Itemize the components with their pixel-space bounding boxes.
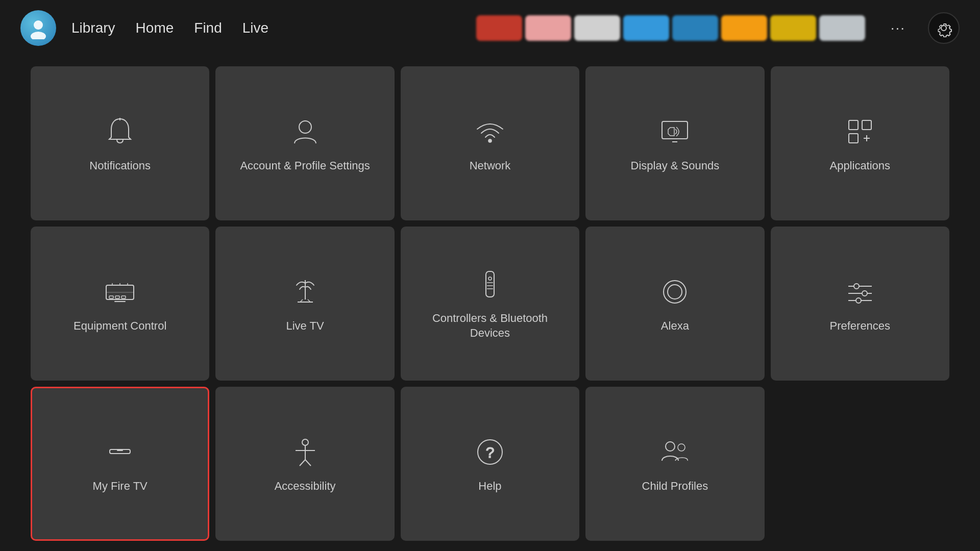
grid-item-child-profiles[interactable]: Child Profiles [585,387,764,541]
svg-rect-17 [115,296,119,298]
nav-home[interactable]: Home [136,20,174,36]
color-6 [721,15,767,41]
svg-point-29 [488,277,492,280]
svg-point-0 [34,20,43,30]
svg-rect-18 [121,296,126,298]
display-sounds-label: Display & Sounds [631,159,720,173]
nav-find[interactable]: Find [194,20,222,36]
svg-rect-16 [109,296,113,298]
live-tv-label: Live TV [286,319,324,334]
svg-point-1 [31,32,46,39]
svg-line-47 [305,460,311,466]
svg-rect-9 [849,120,858,130]
child-profiles-label: Child Profiles [642,479,708,494]
controllers-bluetooth-label: Controllers & Bluetooth Devices [411,311,569,340]
grid-item-my-fire-tv[interactable]: My Fire TV [31,387,209,541]
grid-item-controllers-bluetooth[interactable]: Controllers & Bluetooth Devices [401,227,579,381]
color-1 [476,15,522,41]
color-3 [574,15,620,41]
svg-rect-28 [486,271,494,297]
help-label: Help [478,479,501,494]
my-fire-tv-label: My Fire TV [93,479,148,494]
color-4 [623,15,669,41]
notifications-label: Notifications [89,159,151,173]
color-5 [672,15,718,41]
svg-point-36 [854,284,859,289]
svg-rect-11 [849,134,858,143]
grid-item-alexa[interactable]: Alexa [585,227,764,381]
svg-point-4 [488,139,492,142]
grid-item-display-sounds[interactable]: Display & Sounds [585,66,764,220]
grid-item-live-tv[interactable]: Live TV [215,227,394,381]
color-2 [525,15,571,41]
nav-live[interactable]: Live [242,20,268,36]
svg-rect-5 [662,121,688,139]
preferences-label: Preferences [829,319,890,334]
settings-button[interactable] [928,12,960,44]
color-7 [770,15,816,41]
avatar[interactable] [20,10,56,46]
network-label: Network [470,159,511,173]
nav-links: Library Home Find Live [71,20,268,36]
grid-item-accessibility[interactable]: Accessibility [215,387,394,541]
grid-item-preferences[interactable]: Preferences [771,227,949,381]
grid-item-network[interactable]: Network [401,66,579,220]
svg-marker-8 [668,128,674,136]
color-8 [819,15,865,41]
alexa-label: Alexa [661,319,689,334]
svg-rect-10 [862,120,871,130]
svg-point-40 [856,298,861,303]
svg-point-50 [666,442,675,451]
svg-text:?: ? [486,444,495,461]
svg-point-3 [299,121,311,133]
svg-point-38 [862,291,867,296]
grid-item-account-profile[interactable]: Account & Profile Settings [215,66,394,220]
svg-point-51 [678,444,685,451]
accessibility-label: Accessibility [275,479,336,494]
grid-item-notifications[interactable]: Notifications [31,66,209,220]
svg-point-34 [668,285,682,299]
more-button[interactable]: ··· [891,20,905,36]
grid-item-applications[interactable]: Applications [771,66,949,220]
header-colors [476,15,865,41]
grid-item-equipment-control[interactable]: Equipment Control [31,227,209,381]
svg-line-46 [300,460,305,466]
applications-label: Applications [829,159,890,173]
equipment-control-label: Equipment Control [74,319,166,334]
nav-library[interactable]: Library [71,20,115,36]
account-profile-label: Account & Profile Settings [240,159,370,173]
svg-point-43 [302,439,308,445]
grid-item-help[interactable]: ? Help [401,387,579,541]
header: Library Home Find Live ··· [0,0,980,56]
settings-grid: Notifications Account & Profile Settings… [0,56,980,551]
